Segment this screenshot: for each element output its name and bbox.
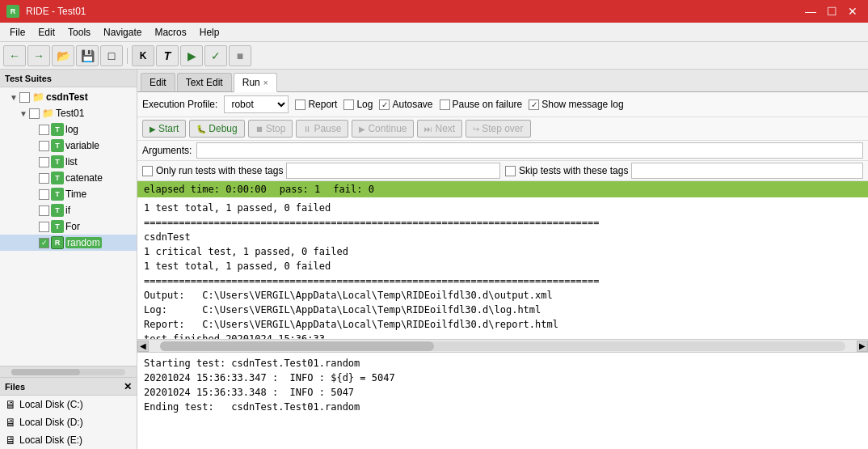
output-line-5: ========================================… bbox=[144, 273, 862, 288]
checkbox-Time[interactable] bbox=[39, 189, 49, 200]
log-line-0: Starting test: csdnTest.Test01.random bbox=[144, 356, 862, 371]
debug-icon: 🐛 bbox=[196, 125, 206, 133]
disk-e[interactable]: 🖥 Local Disk (E:) bbox=[0, 431, 137, 449]
toolbar-unknown1-button[interactable]: □ bbox=[100, 45, 123, 66]
debug-button[interactable]: 🐛 Debug bbox=[189, 120, 244, 138]
output-line-3: 1 critical test, 1 passed, 0 failed bbox=[144, 244, 862, 259]
tree-label-Time: Time bbox=[65, 188, 86, 200]
disk-d[interactable]: 🖥 Local Disk (D:) bbox=[0, 413, 137, 431]
disk-c[interactable]: 🖥 Local Disk (C:) bbox=[0, 396, 137, 413]
only-run-input[interactable] bbox=[286, 163, 500, 179]
hscroll-left-btn[interactable]: ◀ bbox=[137, 341, 149, 352]
test-icon-catenate: T bbox=[51, 172, 64, 184]
tree-scrollbar[interactable] bbox=[0, 366, 137, 377]
checkbox-list[interactable] bbox=[39, 157, 49, 167]
checkbox-random[interactable]: ✓ bbox=[39, 238, 49, 248]
checkbox-if[interactable] bbox=[39, 205, 49, 216]
menu-navigate[interactable]: Navigate bbox=[97, 25, 148, 40]
execution-profile-select[interactable]: robot bbox=[224, 95, 289, 113]
tree-view[interactable]: ▼ 📁 csdnTest ▼ 📁 Test01 T log bbox=[0, 87, 137, 366]
arguments-bar: Arguments: bbox=[137, 141, 868, 161]
arguments-input[interactable] bbox=[196, 142, 863, 159]
menu-tools[interactable]: Tools bbox=[61, 25, 97, 40]
close-button[interactable]: ✕ bbox=[844, 2, 862, 20]
tree-item-if[interactable]: T if bbox=[0, 202, 137, 218]
checkbox-Test01[interactable] bbox=[29, 108, 40, 119]
output-area: elapsed time: 0:00:00 pass: 1 fail: 0 1 … bbox=[137, 181, 868, 449]
tree-item-For[interactable]: T For bbox=[0, 218, 137, 235]
checkbox-For[interactable] bbox=[39, 222, 49, 232]
checkbox-csdnTest[interactable] bbox=[19, 92, 30, 103]
files-panel: Files ✕ 🖥 Local Disk (C:) 🖥 Local Disk (… bbox=[0, 377, 137, 449]
skip-tests-input[interactable] bbox=[631, 163, 863, 179]
show-message-checkbox[interactable] bbox=[529, 100, 539, 110]
report-checkbox[interactable] bbox=[295, 100, 305, 110]
checkbox-variable[interactable] bbox=[39, 141, 49, 151]
hscroll-bar[interactable]: ◀ ▶ bbox=[137, 339, 868, 352]
tree-item-Time[interactable]: T Time bbox=[0, 186, 137, 202]
step-over-button[interactable]: ↪ Step over bbox=[466, 120, 530, 138]
autosave-checkbox[interactable] bbox=[379, 100, 390, 110]
files-header: Files ✕ bbox=[0, 378, 137, 396]
tree-item-random[interactable]: ✓ R random bbox=[0, 235, 137, 251]
tree-item-list[interactable]: T list bbox=[0, 154, 137, 170]
menu-macros[interactable]: Macros bbox=[148, 25, 192, 40]
output-main[interactable]: 1 test total, 1 passed, 0 failed =======… bbox=[137, 197, 868, 339]
toolbar-open-button[interactable]: 📂 bbox=[52, 45, 74, 66]
pause-checkbox[interactable] bbox=[440, 100, 450, 110]
log-area[interactable]: Starting test: csdnTest.Test01.random 20… bbox=[137, 352, 868, 449]
next-button[interactable]: ⏭ Next bbox=[417, 120, 462, 138]
left-panel: Test Suites ▼ 📁 csdnTest ▼ 📁 Test01 T bbox=[0, 70, 137, 449]
menu-file[interactable]: File bbox=[3, 25, 32, 40]
continue-button[interactable]: ▶ Continue bbox=[352, 120, 414, 138]
tree-item-log[interactable]: T log bbox=[0, 121, 137, 138]
output-line-1: ========================================… bbox=[144, 215, 862, 230]
toolbar-save-button[interactable]: 💾 bbox=[76, 45, 99, 66]
start-button[interactable]: ▶ Start bbox=[142, 120, 186, 138]
tree-item-csdnTest[interactable]: ▼ 📁 csdnTest bbox=[0, 89, 137, 105]
toolbar-debug-button[interactable]: ✓ bbox=[204, 45, 227, 66]
run-controls: ▶ Start 🐛 Debug ⏹ Stop ⏸ Pause ▶ Cont bbox=[137, 117, 868, 141]
disk-label-e: Local Disk (E:) bbox=[19, 434, 82, 446]
menu-edit[interactable]: Edit bbox=[32, 25, 61, 40]
toolbar-stop-button[interactable]: ■ bbox=[229, 45, 251, 66]
output-line-2: csdnTest bbox=[144, 230, 862, 244]
toolbar-back-button[interactable]: ← bbox=[3, 45, 26, 66]
elapsed-pass: pass: 1 bbox=[280, 184, 321, 195]
skip-tests-checkbox[interactable] bbox=[505, 166, 516, 176]
tree-item-variable[interactable]: T variable bbox=[0, 138, 137, 154]
arguments-label: Arguments: bbox=[142, 145, 192, 156]
tab-edit[interactable]: Edit bbox=[141, 73, 175, 91]
disk-icon-c: 🖥 bbox=[5, 398, 16, 411]
hscroll-thumb[interactable] bbox=[160, 341, 434, 351]
toolbar-t-button[interactable]: T bbox=[156, 45, 179, 66]
maximize-button[interactable]: ☐ bbox=[823, 2, 841, 20]
pause-button[interactable]: ⏸ Pause bbox=[296, 120, 348, 138]
tree-item-catenate[interactable]: T catenate bbox=[0, 170, 137, 186]
toolbar-run-button[interactable]: ▶ bbox=[180, 45, 203, 66]
show-message-group: Show message log bbox=[529, 99, 623, 110]
only-run-checkbox[interactable] bbox=[142, 166, 153, 176]
stop-button[interactable]: ⏹ Stop bbox=[248, 120, 293, 138]
toolbar-k-button[interactable]: K bbox=[132, 45, 154, 66]
autosave-group: Autosave bbox=[379, 99, 432, 110]
title-bar-left: R RIDE - Test01 bbox=[6, 5, 86, 18]
skip-tests-group: Skip tests with these tags bbox=[505, 163, 863, 179]
tab-text-edit[interactable]: Text Edit bbox=[177, 73, 232, 91]
toolbar-forward-button[interactable]: → bbox=[27, 45, 50, 66]
hscroll-right-btn[interactable]: ▶ bbox=[857, 341, 868, 352]
toolbar-separator-1 bbox=[127, 48, 128, 64]
tab-run[interactable]: Run × bbox=[234, 73, 277, 92]
output-line-8: Report: C:\Users\VERGIL\AppData\Local\Te… bbox=[144, 317, 862, 332]
minimize-button[interactable]: — bbox=[802, 2, 820, 20]
tab-run-close[interactable]: × bbox=[263, 78, 268, 87]
checkbox-catenate[interactable] bbox=[39, 173, 49, 184]
output-line-0: 1 test total, 1 passed, 0 failed bbox=[144, 201, 862, 215]
tree-label-For: For bbox=[65, 221, 80, 232]
log-checkbox[interactable] bbox=[343, 100, 354, 110]
checkbox-log[interactable] bbox=[39, 125, 49, 135]
tree-item-Test01[interactable]: ▼ 📁 Test01 bbox=[0, 105, 137, 121]
app-title: RIDE - Test01 bbox=[26, 6, 86, 17]
menu-help[interactable]: Help bbox=[193, 25, 226, 40]
files-close-button[interactable]: ✕ bbox=[124, 381, 132, 392]
